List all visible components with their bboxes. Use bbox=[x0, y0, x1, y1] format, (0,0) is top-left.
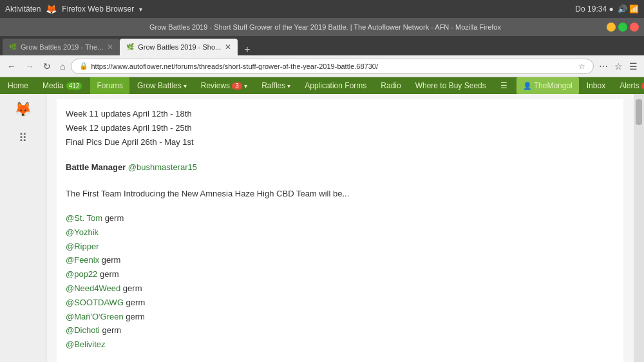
raffles-dropdown-icon: ▾ bbox=[287, 82, 290, 90]
nav-where-to-buy[interactable]: Where to Buy Seeds bbox=[409, 77, 493, 94]
tab-2[interactable]: 🌿 Grow Battles 2019 - Sho... ✕ bbox=[120, 39, 238, 55]
new-tab-button[interactable]: + bbox=[240, 44, 254, 55]
nav-list-icon[interactable]: ☰ bbox=[494, 77, 514, 94]
toolbar-icons: ⋯ ☆ ☰ bbox=[596, 60, 640, 73]
user-mention[interactable]: @Ripper bbox=[66, 242, 99, 251]
grow-battles-dropdown-icon: ▾ bbox=[184, 82, 187, 90]
nav-home[interactable]: Home bbox=[1, 77, 35, 94]
url-text: https://www.autoflower.net/forums/thread… bbox=[91, 62, 578, 70]
nav-media-label: Media bbox=[43, 81, 64, 90]
nav-raffles-label: Raffles bbox=[261, 81, 285, 90]
user-mention[interactable]: @Feenix bbox=[66, 255, 99, 265]
reviews-badge: 3 bbox=[232, 82, 242, 90]
team-member: @Dichoti germ bbox=[66, 324, 614, 338]
bookmark-icon-btn[interactable]: ☆ bbox=[612, 60, 625, 73]
schedule-item-3: Final Pics Due April 26th - May 1st bbox=[66, 136, 614, 149]
site-navigation: Home Media 412 Forums Grow Battles ▾ Rev… bbox=[0, 77, 644, 94]
nav-media[interactable]: Media 412 bbox=[36, 77, 89, 94]
alerts-badge: 2 bbox=[641, 82, 644, 90]
nav-where-to-buy-label: Where to Buy Seeds bbox=[415, 81, 486, 90]
forward-button[interactable]: → bbox=[22, 60, 37, 73]
battle-manager-label: Battle Manager bbox=[66, 162, 126, 172]
window-controls[interactable] bbox=[607, 23, 639, 32]
nav-radio-label: Radio bbox=[381, 81, 401, 90]
nav-grow-battles[interactable]: Grow Battles ▾ bbox=[131, 77, 193, 94]
nav-grow-battles-label: Grow Battles bbox=[137, 81, 182, 90]
nav-application-forms[interactable]: Application Forms bbox=[298, 77, 373, 94]
tab1-favicon: 🌿 bbox=[9, 43, 17, 51]
left-sidebar: 🦊 ⠿ bbox=[0, 94, 46, 362]
list-icon: ☰ bbox=[500, 81, 507, 90]
battle-manager-user[interactable]: @bushmasterar15 bbox=[128, 162, 197, 172]
taskbar-left: Aktivitäten 🦊 Firefox Web Browser ▾ bbox=[5, 4, 142, 14]
team-member: @Ripper bbox=[66, 240, 614, 254]
maximize-button[interactable] bbox=[618, 23, 627, 32]
nav-user[interactable]: 👤 TheMongol bbox=[516, 77, 579, 94]
minimize-button[interactable] bbox=[607, 23, 616, 32]
reviews-dropdown-icon: ▾ bbox=[244, 82, 247, 90]
nav-alerts-label: Alerts bbox=[620, 81, 639, 90]
os-taskbar: Aktivitäten 🦊 Firefox Web Browser ▾ Do 1… bbox=[0, 0, 644, 18]
reload-button[interactable]: ↻ bbox=[40, 60, 54, 73]
nav-radio[interactable]: Radio bbox=[374, 77, 407, 94]
nav-reviews-label: Reviews bbox=[201, 81, 230, 90]
tab-1[interactable]: 🌿 Grow Battles 2019 - The... ✕ bbox=[3, 39, 120, 55]
team1-list: @St. Tom germ@Yozhik@Ripper@Feenix germ@… bbox=[66, 212, 614, 352]
right-scrollbar[interactable] bbox=[634, 94, 644, 362]
nav-alerts[interactable]: Alerts 2 bbox=[613, 77, 644, 94]
team-member: @Yozhik bbox=[66, 226, 614, 240]
dropdown-arrow: ▾ bbox=[139, 6, 142, 13]
menu-button[interactable]: ⋯ bbox=[596, 60, 611, 73]
address-input[interactable]: 🔒 https://www.autoflower.net/forums/thre… bbox=[71, 59, 594, 74]
user-mention[interactable]: @Dichoti bbox=[66, 325, 100, 335]
nav-forums[interactable]: Forums bbox=[90, 77, 129, 94]
firefox-logo-icon: 🦊 bbox=[13, 99, 33, 120]
page-content[interactable]: Week 11 updates April 12th - 18th Week 1… bbox=[46, 94, 634, 362]
browser-title: Grow Battles 2019 - Short Stuff Grower o… bbox=[44, 23, 607, 31]
browser-content: 🦊 ⠿ Week 11 updates April 12th - 18th We… bbox=[0, 94, 644, 362]
user-mention[interactable]: @Belivitez bbox=[66, 339, 106, 349]
nav-inbox-label: Inbox bbox=[587, 81, 605, 90]
close-button[interactable] bbox=[630, 23, 639, 32]
tab1-close[interactable]: ✕ bbox=[107, 43, 113, 51]
team-member: @Need4Weed germ bbox=[66, 282, 614, 296]
secure-icon: 🔒 bbox=[79, 62, 88, 70]
nav-inbox[interactable]: Inbox bbox=[580, 77, 612, 94]
apps-icon[interactable]: ⠿ bbox=[13, 128, 33, 148]
intro-text: The First Team Introducing the New Amnes… bbox=[66, 187, 614, 201]
user-mention[interactable]: @pop22 bbox=[66, 269, 97, 279]
back-button[interactable]: ← bbox=[4, 60, 19, 73]
team-member: @St. Tom germ bbox=[66, 212, 614, 225]
address-bar-icons: ☆ bbox=[578, 62, 585, 71]
tab2-title: Grow Battles 2019 - Sho... bbox=[138, 43, 221, 51]
user-avatar-icon: 👤 bbox=[523, 82, 532, 90]
team-member: @pop22 germ bbox=[66, 268, 614, 281]
user-mention[interactable]: @SOOTDAWG bbox=[66, 298, 124, 307]
tab1-title: Grow Battles 2019 - The... bbox=[21, 43, 103, 51]
nav-application-forms-label: Application Forms bbox=[305, 81, 366, 90]
schedule-item-2: Week 12 updates April 19th - 25th bbox=[66, 122, 614, 135]
firefox-taskbar-icon: 🦊 bbox=[46, 4, 57, 14]
tab2-favicon: 🌿 bbox=[126, 43, 134, 51]
battle-manager-line: Battle Manager @bushmasterar15 bbox=[66, 161, 614, 175]
scroll-thumb[interactable] bbox=[636, 99, 642, 125]
content-area: Week 11 updates April 12th - 18th Week 1… bbox=[57, 99, 623, 362]
user-mention[interactable]: @Mañ'O'Green bbox=[66, 312, 124, 321]
schedule-item-1: Week 11 updates April 12th - 18th bbox=[66, 108, 614, 121]
nav-raffles[interactable]: Raffles ▾ bbox=[255, 77, 297, 94]
user-mention[interactable]: @Yozhik bbox=[66, 227, 99, 237]
user-nav: 👤 TheMongol Inbox Alerts 2 bbox=[516, 77, 644, 94]
nav-username: TheMongol bbox=[534, 81, 573, 90]
activities-label[interactable]: Aktivitäten bbox=[5, 5, 41, 14]
user-mention[interactable]: @St. Tom bbox=[66, 213, 102, 223]
bookmark-star-icon[interactable]: ☆ bbox=[578, 62, 585, 71]
settings-icon-btn[interactable]: ☰ bbox=[627, 60, 640, 73]
user-mention[interactable]: @Need4Weed bbox=[66, 283, 120, 293]
tab2-close[interactable]: ✕ bbox=[225, 43, 231, 51]
nav-forums-label: Forums bbox=[97, 81, 123, 90]
clock: Do 19:34 ● bbox=[575, 5, 613, 14]
nav-reviews[interactable]: Reviews 3 ▾ bbox=[194, 77, 254, 94]
team-member: @Mañ'O'Green germ bbox=[66, 310, 614, 324]
home-button[interactable]: ⌂ bbox=[57, 60, 68, 73]
nav-home-label: Home bbox=[8, 81, 28, 90]
